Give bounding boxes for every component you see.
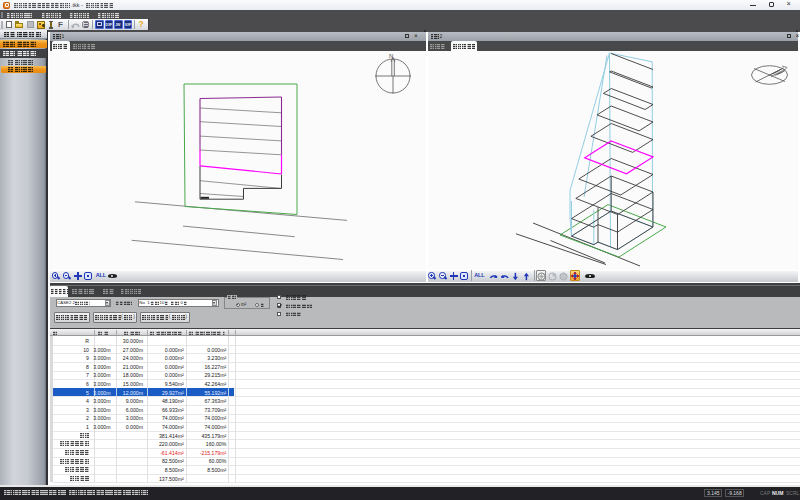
- svg-text:N: N: [389, 53, 393, 59]
